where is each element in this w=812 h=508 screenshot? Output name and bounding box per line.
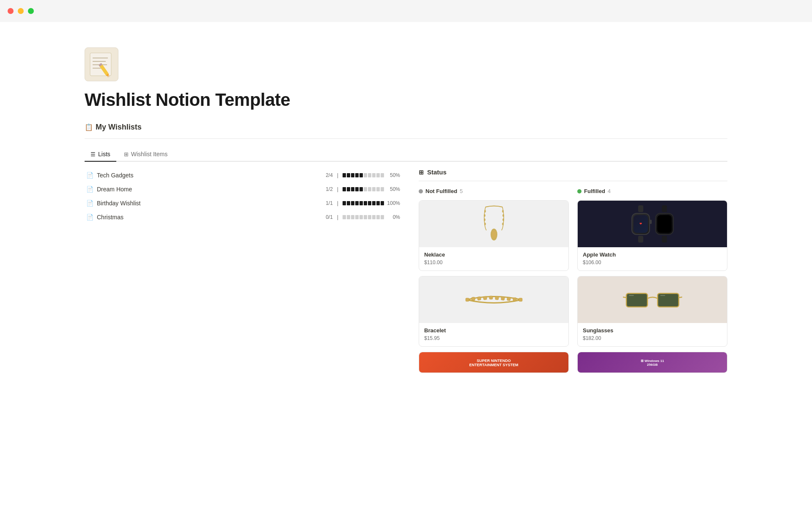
card-watch-title: Apple Watch bbox=[583, 251, 722, 258]
fulfilled-column: Fulfilled 4 bbox=[577, 188, 727, 373]
card-apple-watch[interactable]: ❤ bbox=[577, 200, 727, 271]
page-title: Wishlist Notion Template bbox=[85, 90, 727, 110]
tab-wishlist-items[interactable]: ⊞ Wishlist Items bbox=[118, 147, 173, 162]
progress-bar-container: 50% bbox=[343, 186, 400, 192]
list-item-dream-home[interactable]: 📄 Dream Home 1/2 | bbox=[85, 182, 402, 196]
seg bbox=[359, 173, 363, 177]
seg bbox=[351, 173, 354, 177]
progress-bar-container: 50% bbox=[343, 172, 400, 178]
tab-wishlist-label: Wishlist Items bbox=[131, 151, 167, 157]
list-item-meta: 2/4 | bbox=[326, 172, 400, 178]
card-snes[interactable]: SUPER NINTENDOENTERTAINMENT SYSTEM bbox=[419, 352, 569, 373]
not-fulfilled-count: 5 bbox=[460, 188, 463, 194]
list-item-icon: 📄 bbox=[86, 200, 93, 207]
seg bbox=[372, 187, 376, 191]
card-watch-body: Apple Watch $106.00 bbox=[578, 247, 727, 271]
seg bbox=[343, 201, 346, 205]
seg bbox=[347, 187, 350, 191]
lists-section: 📄 Tech Gadgets 2/4 | bbox=[85, 168, 402, 373]
svg-rect-26 bbox=[507, 297, 510, 301]
card-snes-image: SUPER NINTENDOENTERTAINMENT SYSTEM bbox=[419, 352, 568, 373]
progress-bar-christmas bbox=[343, 215, 384, 219]
svg-rect-27 bbox=[513, 298, 516, 301]
seg bbox=[359, 215, 363, 219]
section-heading-text: My Wishlists bbox=[96, 123, 142, 132]
progress-pct: 100% bbox=[387, 200, 400, 206]
page-content: Wishlist Notion Template 📋 My Wishlists … bbox=[0, 22, 812, 398]
seg bbox=[376, 215, 380, 219]
fulfilled-cards: ❤ bbox=[577, 200, 727, 373]
card-sunglasses-title: Sunglasses bbox=[583, 327, 722, 334]
seg bbox=[376, 173, 380, 177]
pipe-separator: | bbox=[337, 172, 338, 178]
pipe-separator: | bbox=[337, 200, 338, 206]
windows-visual: ⊞ Windows 11256GB bbox=[578, 352, 727, 373]
seg bbox=[364, 201, 367, 205]
svg-rect-21 bbox=[477, 296, 481, 300]
seg bbox=[347, 173, 350, 177]
tab-lists-label: Lists bbox=[98, 151, 110, 157]
svg-point-14 bbox=[502, 214, 504, 217]
fulfilled-header: Fulfilled 4 bbox=[577, 188, 727, 194]
list-item-meta: 1/2 | bbox=[326, 186, 400, 192]
svg-point-13 bbox=[502, 210, 504, 213]
card-necklace[interactable]: Neklace $110.00 bbox=[419, 200, 569, 271]
list-item-meta: 0/1 | bbox=[326, 214, 400, 220]
maximize-button[interactable] bbox=[28, 8, 34, 14]
minimize-button[interactable] bbox=[18, 8, 24, 14]
svg-rect-28 bbox=[519, 298, 522, 301]
svg-rect-23 bbox=[489, 296, 493, 299]
section-divider bbox=[85, 138, 727, 139]
close-button[interactable] bbox=[8, 8, 14, 14]
seg bbox=[343, 215, 346, 219]
list-item-tech-gadgets[interactable]: 📄 Tech Gadgets 2/4 | bbox=[85, 168, 402, 182]
list-item-christmas[interactable]: 📄 Christmas 0/1 | bbox=[85, 210, 402, 224]
status-header-label: Status bbox=[427, 168, 447, 176]
seg bbox=[372, 201, 376, 205]
status-columns: Not Fulfilled 5 bbox=[419, 188, 727, 373]
card-windows[interactable]: ⊞ Windows 11256GB bbox=[577, 352, 727, 373]
svg-rect-24 bbox=[495, 296, 499, 300]
svg-rect-20 bbox=[471, 297, 475, 301]
list-item-birthday[interactable]: 📄 Birthday Wishlist 1/1 | bbox=[85, 196, 402, 210]
seg bbox=[381, 215, 384, 219]
svg-point-15 bbox=[502, 218, 504, 221]
seg bbox=[355, 187, 359, 191]
list-item-name: Tech Gadgets bbox=[97, 172, 326, 179]
card-bracelet-price: $15.95 bbox=[424, 335, 563, 341]
not-fulfilled-column: Not Fulfilled 5 bbox=[419, 188, 569, 373]
list-item-icon: 📄 bbox=[86, 186, 93, 193]
progress-bar-birthday bbox=[343, 201, 384, 205]
window-chrome bbox=[0, 0, 812, 22]
fulfilled-count: 4 bbox=[608, 188, 611, 194]
tab-lists[interactable]: ☰ Lists bbox=[85, 147, 116, 162]
not-fulfilled-header: Not Fulfilled 5 bbox=[419, 188, 569, 194]
card-necklace-image bbox=[419, 201, 568, 247]
seg bbox=[343, 187, 346, 191]
list-item-count: 0/1 bbox=[326, 214, 333, 220]
svg-rect-19 bbox=[466, 298, 469, 301]
svg-rect-25 bbox=[501, 296, 505, 300]
seg bbox=[372, 173, 376, 177]
seg bbox=[359, 201, 363, 205]
seg bbox=[372, 215, 376, 219]
not-fulfilled-label: Not Fulfilled bbox=[425, 188, 457, 194]
status-section: ⊞ Status Not Fulfilled 5 bbox=[419, 168, 727, 373]
svg-point-10 bbox=[484, 214, 486, 217]
list-item-icon: 📄 bbox=[86, 172, 93, 179]
card-sunglasses[interactable]: Sunglasses $182.00 bbox=[577, 276, 727, 347]
fulfilled-label: Fulfilled bbox=[584, 188, 605, 194]
list-item-name: Dream Home bbox=[97, 186, 326, 193]
seg bbox=[355, 201, 359, 205]
pipe-separator: | bbox=[337, 186, 338, 192]
seg bbox=[381, 187, 384, 191]
seg bbox=[359, 187, 363, 191]
watch-visual: ❤ bbox=[631, 205, 674, 243]
pipe-separator: | bbox=[337, 214, 338, 220]
not-fulfilled-dot bbox=[419, 189, 423, 193]
list-item-count: 1/2 bbox=[326, 186, 333, 192]
seg bbox=[364, 215, 367, 219]
card-bracelet[interactable]: Bracelet $15.95 bbox=[419, 276, 569, 347]
page-icon bbox=[85, 47, 727, 81]
snes-visual: SUPER NINTENDOENTERTAINMENT SYSTEM bbox=[419, 352, 568, 373]
